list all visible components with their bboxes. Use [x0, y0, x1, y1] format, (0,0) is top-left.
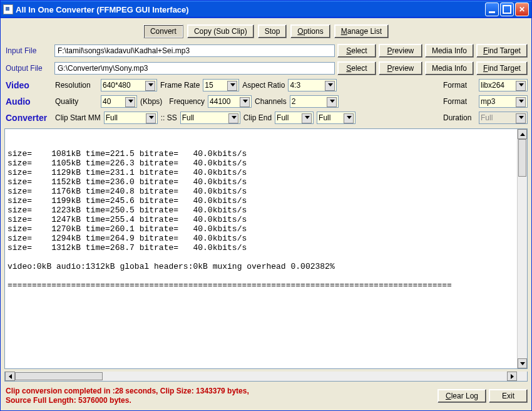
- frequency-select[interactable]: 44100: [208, 95, 252, 108]
- quality-label: Quality: [55, 97, 98, 106]
- channels-select[interactable]: 2: [290, 95, 339, 108]
- video-format-label: Format: [443, 81, 476, 90]
- scroll-right-button[interactable]: [507, 372, 517, 381]
- quality-select[interactable]: 40: [101, 95, 137, 108]
- resolution-select[interactable]: 640*480: [101, 79, 157, 91]
- input-preview-button[interactable]: Preview: [379, 44, 422, 58]
- output-preview-button[interactable]: Preview: [379, 61, 422, 75]
- log-output[interactable]: size= 1081kB time=221.5 bitrate= 40.0kbi…: [4, 128, 528, 369]
- main-toolbar: Convert Copy (Sub Clip) Stop Options Man…: [4, 22, 528, 41]
- scroll-up-button[interactable]: [518, 129, 527, 139]
- window-title: All In One Converter (FFMPEG GUI Interfa…: [16, 5, 189, 14]
- manage-list-button[interactable]: Manage List: [334, 24, 389, 38]
- input-file-field[interactable]: [54, 44, 335, 57]
- clipend-ss-select[interactable]: Full: [317, 112, 356, 124]
- aspect-select[interactable]: 4:3: [288, 79, 337, 91]
- video-format-select[interactable]: libx264: [479, 79, 528, 91]
- audio-row: Audio Quality 40 (Kbps) Frequency 44100 …: [4, 95, 528, 108]
- stop-button[interactable]: Stop: [258, 24, 287, 38]
- clipend-label: Clip End: [243, 113, 272, 122]
- audio-section-label: Audio: [4, 96, 52, 107]
- converter-section-label: Converter: [4, 113, 52, 123]
- input-file-row: Input File Select Preview Media Info Fin…: [4, 43, 528, 58]
- output-findtarget-button[interactable]: Find Target: [476, 61, 528, 75]
- app-window: All In One Converter (FFMPEG GUI Interfa…: [0, 0, 532, 411]
- copy-subclip-button[interactable]: Copy (Sub Clip): [187, 24, 254, 38]
- maximize-button[interactable]: [500, 3, 514, 16]
- quality-unit: (Kbps): [140, 97, 162, 106]
- app-icon: [3, 4, 13, 14]
- duration-select: Full: [479, 112, 528, 124]
- log-scrollbar-h[interactable]: [4, 372, 528, 382]
- framerate-select[interactable]: 15: [203, 79, 239, 91]
- video-section-label: Video: [4, 80, 52, 90]
- output-file-row: Output File Select Preview Media Info Fi…: [4, 61, 528, 76]
- ss-label: :: SS: [161, 113, 177, 122]
- clipstart-label: Clip Start MM: [55, 113, 101, 122]
- audio-format-label: Format: [443, 97, 476, 106]
- resolution-label: Resolution: [55, 81, 98, 90]
- scroll-thumb-h[interactable]: [15, 372, 103, 380]
- status-text: Clip conversion completed in :28 seconds…: [4, 387, 435, 405]
- output-file-label: Output File: [4, 64, 52, 73]
- convert-button[interactable]: Convert: [143, 24, 183, 38]
- input-mediainfo-button[interactable]: Media Info: [425, 44, 474, 58]
- clipstart-ss-select[interactable]: Full: [180, 112, 240, 124]
- output-select-button[interactable]: Select: [337, 61, 376, 75]
- clipend-mm-select[interactable]: Full: [275, 112, 314, 124]
- input-select-button[interactable]: Select: [337, 44, 376, 58]
- clipstart-mm-select[interactable]: Full: [104, 112, 158, 124]
- converter-row: Converter Clip Start MM Full :: SS Full …: [4, 111, 528, 125]
- aspect-label: Aspect Ratio: [242, 81, 285, 90]
- input-file-label: Input File: [4, 46, 52, 55]
- output-file-field[interactable]: [54, 62, 335, 75]
- options-button[interactable]: Options: [290, 24, 330, 38]
- scroll-thumb-v[interactable]: [518, 139, 526, 177]
- status-row: Clip conversion completed in :28 seconds…: [4, 384, 528, 407]
- log-scrollbar-v[interactable]: [517, 129, 527, 368]
- duration-label: Duration: [443, 113, 476, 122]
- scroll-left-button[interactable]: [5, 372, 15, 381]
- resize-grip: [517, 372, 527, 381]
- audio-format-select[interactable]: mp3: [479, 95, 528, 108]
- output-mediainfo-button[interactable]: Media Info: [425, 61, 474, 75]
- channels-label: Channels: [255, 97, 287, 106]
- close-button[interactable]: [515, 3, 529, 16]
- clear-log-button[interactable]: Clear Log: [437, 389, 486, 403]
- frequency-label: Frequency: [169, 97, 205, 106]
- minimize-button[interactable]: [485, 3, 499, 16]
- video-row: Video Resolution 640*480 Frame Rate 15 A…: [4, 78, 528, 92]
- scroll-down-button[interactable]: [518, 358, 527, 368]
- framerate-label: Frame Rate: [160, 81, 200, 90]
- input-findtarget-button[interactable]: Find Target: [476, 44, 528, 58]
- exit-button[interactable]: Exit: [489, 389, 528, 403]
- titlebar: All In One Converter (FFMPEG GUI Interfa…: [1, 1, 531, 18]
